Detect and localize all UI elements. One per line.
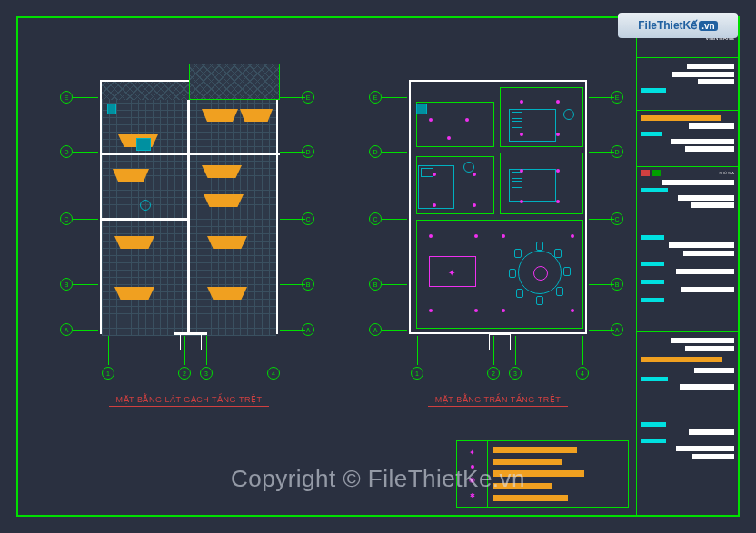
grid-row-c: C <box>60 212 73 225</box>
grid2-row-b: B <box>369 278 382 291</box>
logo-text: FileThietKế <box>638 19 697 32</box>
grid-col-2: 2 <box>178 367 191 380</box>
flag-icon <box>641 170 650 176</box>
wc-icon <box>463 162 474 173</box>
floor-plan-ceiling: A B C D E A B C D E 1 2 3 4 <box>371 54 625 381</box>
bed-icon <box>418 165 454 209</box>
floor-plan-tiles: A B C D E A B C D E 1 2 3 4 <box>62 54 316 381</box>
phu-gia-label: PHÚ GIA <box>720 171 734 175</box>
grid2-row-e: E <box>369 91 382 104</box>
bed-icon <box>509 109 556 142</box>
rug-icon <box>113 169 149 182</box>
building-outline-right: ✦ <box>409 80 587 334</box>
grid-col-3: 3 <box>200 367 213 380</box>
grid-row-b: B <box>60 278 73 291</box>
plan-title-right: MẶT BẰNG TRẦN TẦNG TRỆT <box>371 395 625 407</box>
legend-box: ✦ ◉ ✱ <box>456 440 629 508</box>
appliance-icon <box>416 104 427 114</box>
grid-row-d: D <box>60 145 73 158</box>
legend-sym-light: ✦ <box>469 449 475 457</box>
hatch-roof-tr <box>189 64 280 100</box>
rug-outline: ✦ <box>429 256 476 287</box>
grid2-row-a: A <box>369 323 382 336</box>
wc-icon <box>140 200 151 211</box>
legend-bar <box>493 447 577 453</box>
plan-title-left: MẶT BẰNG LÁT GẠCH TẦNG TRỆT <box>62 395 316 407</box>
bed-icon <box>509 169 556 202</box>
grid-col-4: 4 <box>267 367 280 380</box>
panel-field <box>687 64 734 69</box>
grid2-row-d: D <box>369 145 382 158</box>
logo-tld: .vn <box>699 21 717 31</box>
grid-col-1: 1 <box>102 367 114 380</box>
panel-title-bar <box>641 115 721 121</box>
site-logo: FileThietKế.vn <box>618 13 738 38</box>
legend-sym-dot <box>471 465 474 469</box>
hatch-roof-tl <box>102 82 189 100</box>
building-outline-left <box>100 80 278 334</box>
grid2-row-c: C <box>369 212 382 225</box>
drawing-frame: FileThietKế.vn A B C D E A B C D E 1 2 3… <box>16 16 740 517</box>
title-block-panel: STAR VILLAS VIENTIANE PHÚ GIA <box>636 18 738 515</box>
grid-row-a: A <box>60 323 73 336</box>
grid-row-e: E <box>60 91 73 104</box>
fixture-icon <box>107 104 116 114</box>
entry-step <box>180 334 202 350</box>
